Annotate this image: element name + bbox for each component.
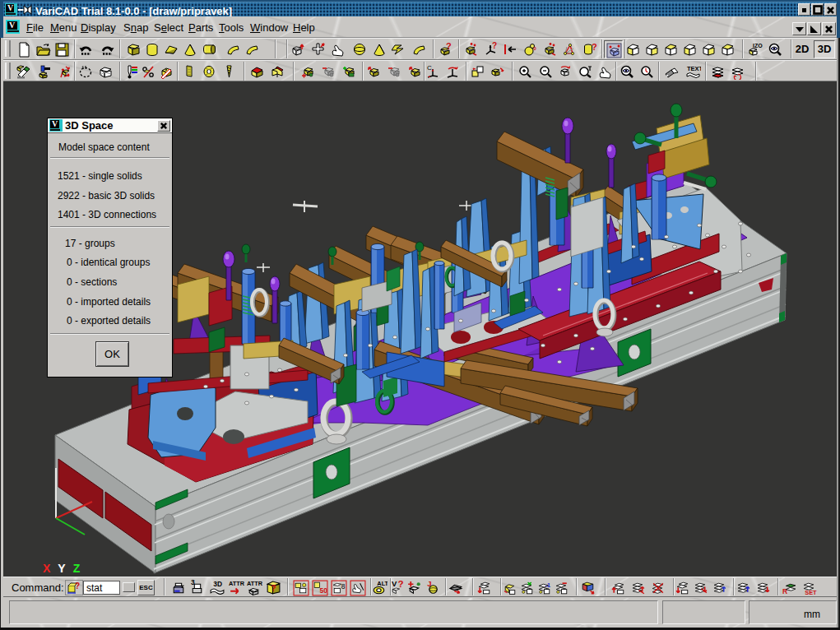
svg-text:?: ? [75, 581, 80, 591]
svg-text:?: ? [446, 42, 452, 51]
svg-text:3: 3 [191, 580, 195, 586]
svg-text:V: V [392, 580, 397, 588]
svg-text:SET: SET [805, 589, 817, 596]
svg-text:-1: -1 [545, 581, 551, 589]
svg-text:?: ? [592, 42, 597, 52]
svg-text:3D: 3D [213, 580, 222, 588]
svg-text:IZO: IZO [753, 43, 763, 49]
svg-text:?: ? [492, 42, 497, 50]
svg-text:50: 50 [319, 586, 327, 595]
svg-text:8: 8 [341, 582, 346, 591]
svg-text:°: ° [533, 46, 536, 55]
svg-text:?: ? [271, 583, 276, 593]
svg-text:ATTR: ATTR [229, 580, 244, 587]
svg-text:C: C [427, 64, 432, 72]
svg-text:?: ? [397, 580, 403, 589]
svg-text:ATTR: ATTR [247, 580, 262, 587]
svg-text:TEXT: TEXT [687, 65, 701, 72]
svg-text:R: R [782, 587, 787, 595]
